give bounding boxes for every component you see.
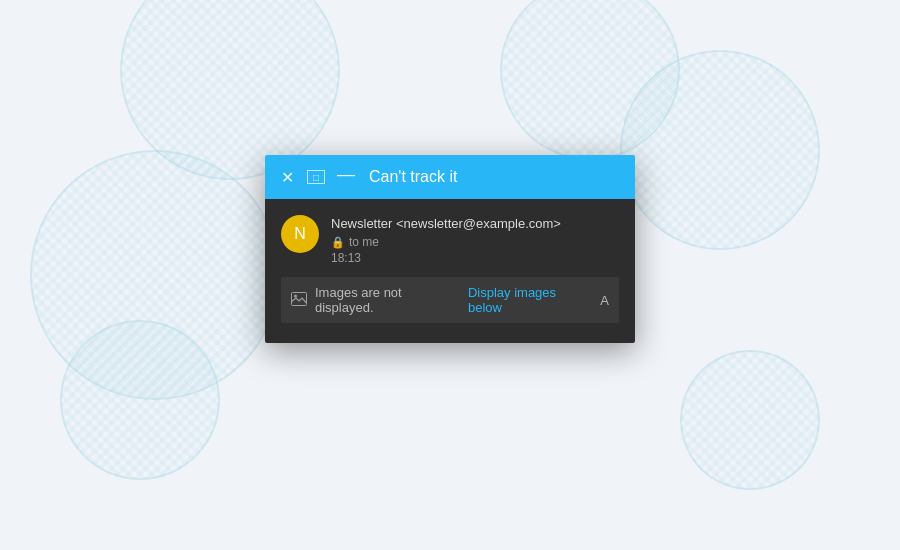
image-icon (291, 292, 307, 309)
svg-point-1 (294, 294, 297, 297)
title-bar: ✕ □ — Can't track it (265, 155, 635, 199)
email-to-row: 🔒 to me (331, 235, 619, 249)
bg-circle-6 (30, 150, 280, 400)
images-bar-more: A (600, 293, 609, 308)
lock-icon: 🔒 (331, 236, 345, 249)
svg-rect-0 (292, 292, 307, 305)
email-sender: Newsletter <newsletter@example.com> (331, 215, 619, 233)
expand-symbol: □ (313, 172, 319, 183)
email-header: N Newsletter <newsletter@example.com> 🔒 … (281, 215, 619, 265)
minimize-icon[interactable]: — (337, 165, 355, 189)
avatar: N (281, 215, 319, 253)
email-to: to me (349, 235, 379, 249)
images-not-displayed-text: Images are not displayed. (315, 285, 460, 315)
bg-circle-3 (620, 50, 820, 250)
window-title: Can't track it (369, 168, 623, 186)
expand-icon[interactable]: □ (307, 170, 325, 184)
display-images-link[interactable]: Display images below (468, 285, 590, 315)
email-info: Newsletter <newsletter@example.com> 🔒 to… (331, 215, 619, 265)
email-window: ✕ □ — Can't track it N Newsletter <newsl… (265, 155, 635, 343)
email-time: 18:13 (331, 251, 619, 265)
email-body: N Newsletter <newsletter@example.com> 🔒 … (265, 199, 635, 343)
images-bar: Images are not displayed. Display images… (281, 277, 619, 323)
close-icon[interactable]: ✕ (277, 168, 297, 187)
bg-circle-5 (680, 350, 820, 490)
